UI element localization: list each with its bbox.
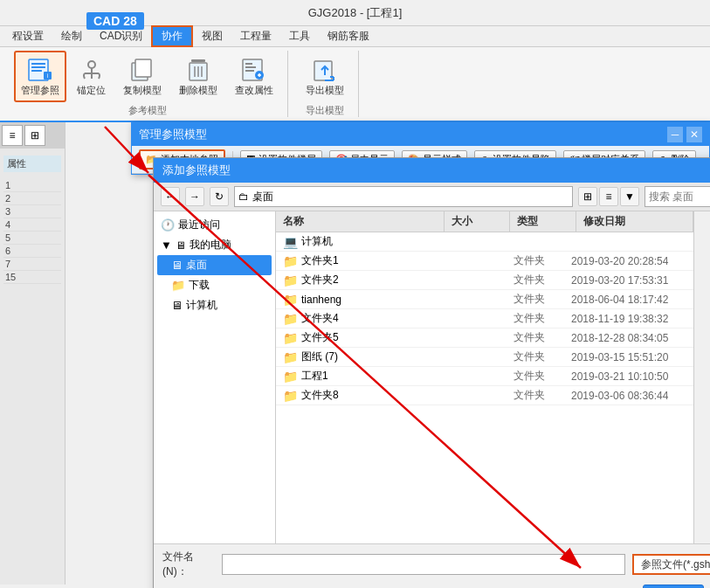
file-date-f7: 2019-03-21 10:10:50 <box>571 370 686 383</box>
file-row[interactable]: 📁文件夹8 文件夹 2019-03-06 08:36:44 <box>276 386 693 405</box>
left-panel-attr: 属性 <box>3 156 61 172</box>
view-options-btn[interactable]: ▼ <box>620 187 639 206</box>
ribbon-group-label-export: 导出模型 <box>306 102 344 117</box>
file-name-f5: 文件夹5 <box>301 330 339 345</box>
file-name-f2: 文件夹2 <box>301 273 339 287</box>
file-date-f3: 2018-06-04 18:17:42 <box>571 294 686 306</box>
ribbon-group-ref-model: i 管理参照 锚定位 <box>7 51 288 117</box>
file-row[interactable]: 📁tianheng 文件夹 2018-06-04 18:17:42 <box>276 290 693 309</box>
file-dialog-footer: 文件名(N)： 参照文件(*.gshmd) 打开 取消 <box>154 543 710 588</box>
copy-model-label: 复制模型 <box>123 84 162 97</box>
left-panel-row-4: 4 <box>3 218 61 232</box>
footer-filename-row: 文件名(N)： 参照文件(*.gshmd) <box>162 550 710 579</box>
manage-ref-label: 管理参照 <box>21 84 59 97</box>
file-name-f4: 文件夹4 <box>301 311 339 326</box>
view-grid-btn[interactable]: ≡ <box>599 187 618 206</box>
file-row[interactable]: 📁工程1 文件夹 2019-03-21 10:10:50 <box>276 367 693 386</box>
file-date-f8: 2019-03-06 08:36:44 <box>571 390 686 402</box>
desktop-icon: 🖥 <box>171 259 183 272</box>
svg-rect-23 <box>314 61 332 80</box>
mgmt-title-controls: ─ ✕ <box>667 127 702 142</box>
file-dialog: 添加参照模型 ─ ✕ ← → ↻ 🗀 桌面 ⊞ ≡ ▼ <box>153 157 710 588</box>
col-date[interactable]: 修改日期 <box>576 211 693 232</box>
left-panel: ≡ ⊞ 属性 1 2 3 4 5 6 7 15 <box>0 122 65 585</box>
nav-refresh-btn[interactable]: ↻ <box>210 187 229 206</box>
file-row[interactable]: 📁文件夹4 文件夹 2018-11-19 19:38:32 <box>276 309 693 329</box>
svg-rect-18 <box>245 66 256 68</box>
left-panel-btn-grid[interactable]: ⊞ <box>24 125 45 146</box>
tree-item-recent[interactable]: 🕐 最近访问 <box>157 215 272 235</box>
mgmt-close-btn[interactable]: ✕ <box>686 127 702 142</box>
file-type-f4: 文件夹 <box>514 311 571 326</box>
file-row[interactable]: 📁文件夹5 文件夹 2018-12-28 08:34:05 <box>276 329 693 348</box>
tree-item-computer[interactable]: 🖥 计算机 <box>157 295 272 315</box>
col-size[interactable]: 大小 <box>445 211 511 232</box>
svg-rect-11 <box>191 59 205 62</box>
col-name[interactable]: 名称 <box>276 211 445 232</box>
ribbon-btn-anchor[interactable]: 锚定位 <box>70 51 113 102</box>
menu-item-tools[interactable]: 工具 <box>280 27 319 45</box>
tree-item-downloads[interactable]: 📁 下载 <box>157 275 272 295</box>
ribbon-btn-export[interactable]: 导出模型 <box>299 51 351 102</box>
folder-icon: 🗀 <box>238 190 249 203</box>
file-icon-f1: 📁 <box>283 254 298 268</box>
open-btn[interactable]: 打开 <box>643 585 704 588</box>
mgmt-title-bar: 管理参照模型 ─ ✕ <box>132 123 709 146</box>
file-name-f7: 工程1 <box>301 369 328 384</box>
title-bar: GJG2018 - [工程1] <box>0 0 710 26</box>
file-dialog-title: 添加参照模型 <box>162 163 231 178</box>
file-name-f1: 文件夹1 <box>301 253 339 268</box>
mypc-pc-icon: 🖥 <box>176 239 186 252</box>
left-panel-content: 属性 1 2 3 4 5 6 7 15 <box>0 149 65 585</box>
left-panel-top: ≡ ⊞ <box>0 122 65 149</box>
file-date-f6: 2019-03-15 15:51:20 <box>571 351 686 363</box>
left-panel-btn-list[interactable]: ≡ <box>2 125 23 146</box>
file-icon-f8: 📁 <box>283 389 298 403</box>
ribbon-btn-delete-model[interactable]: 删除模型 <box>172 51 224 102</box>
col-type[interactable]: 类型 <box>510 211 576 232</box>
file-row[interactable]: 📁文件夹1 文件夹 2019-03-20 20:28:54 <box>276 252 693 271</box>
left-panel-row-7: 7 <box>3 258 61 271</box>
file-row[interactable]: 📁图纸 (7) 文件夹 2019-03-15 15:51:20 <box>276 348 693 367</box>
search-input[interactable] <box>645 186 710 207</box>
left-panel-row-2: 2 <box>3 192 61 205</box>
file-row[interactable]: 💻计算机 <box>276 232 693 252</box>
nav-back-btn[interactable]: ← <box>161 187 180 206</box>
nav-forward-btn[interactable]: → <box>185 187 204 206</box>
file-icon-f7: 📁 <box>283 370 298 384</box>
path-label: 桌面 <box>252 190 273 204</box>
mgmt-minimize-btn[interactable]: ─ <box>667 127 683 142</box>
ribbon-btn-copy-model[interactable]: 复制模型 <box>116 51 169 102</box>
menu-item-engineering[interactable]: 工程量 <box>231 27 280 45</box>
menu-item-cooperate[interactable]: 协作 <box>151 25 193 47</box>
path-combo[interactable]: 🗀 桌面 <box>234 186 573 207</box>
menu-item-draw[interactable]: 绘制 <box>52 27 91 45</box>
export-icon <box>311 56 339 84</box>
filetype-select[interactable]: 参照文件(*.gshmd) <box>632 554 710 575</box>
copy-model-icon <box>128 56 156 84</box>
left-panel-row-6: 6 <box>3 245 61 258</box>
menu-item-view[interactable]: 视图 <box>193 27 231 45</box>
view-list-btn[interactable]: ⊞ <box>578 187 597 206</box>
tree-item-desktop[interactable]: 🖥 桌面 <box>157 255 272 275</box>
menu-item-settings[interactable]: 程设置 <box>3 27 52 45</box>
file-icon-f5: 📁 <box>283 331 298 345</box>
svg-rect-1 <box>31 63 45 65</box>
footer-btn-row: 打开 取消 <box>162 585 710 588</box>
delete-model-label: 删除模型 <box>179 84 217 97</box>
file-dialog-title-bar: 添加参照模型 ─ ✕ <box>154 158 710 183</box>
anchor-icon <box>78 56 106 84</box>
right-area: 管理参照模型 ─ ✕ 📂 添加本地参照 🏗 设置构件楼层 🎯 <box>65 122 710 585</box>
menu-item-steel[interactable]: 钢筋客服 <box>319 27 378 45</box>
computer-icon: 🖥 <box>171 299 183 312</box>
filename-input[interactable] <box>222 554 625 575</box>
file-row[interactable]: 📁文件夹2 文件夹 2019-03-20 17:53:31 <box>276 271 693 290</box>
tree-item-mypc[interactable]: ▼ 🖥 我的电脑 <box>157 235 272 255</box>
filename-label: 文件名(N)： <box>162 550 215 579</box>
ribbon-btn-manage-ref[interactable]: i 管理参照 <box>14 51 66 102</box>
left-panel-row-1: 1 <box>3 179 61 192</box>
ribbon-btn-change-attr[interactable]: 查改属性 <box>228 51 280 102</box>
file-type-f3: 文件夹 <box>514 292 571 307</box>
menu-item-cad[interactable]: CAD识别 <box>91 27 151 45</box>
file-type-f8: 文件夹 <box>514 388 571 403</box>
